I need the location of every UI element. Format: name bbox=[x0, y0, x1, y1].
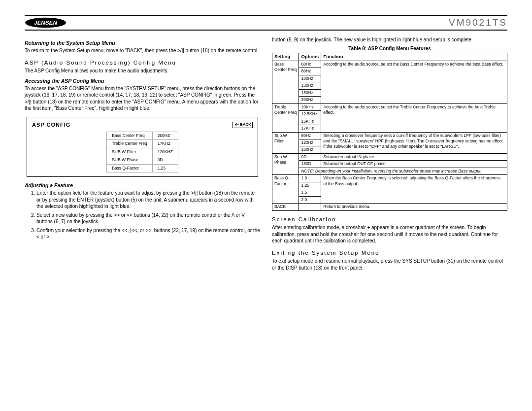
list-item: Confirm your selection by pressing the <… bbox=[36, 227, 260, 240]
table-row: Bass Center Freq200HZ bbox=[107, 132, 178, 139]
table-row: Treble Center Freq10KHzAccording to the … bbox=[272, 103, 507, 110]
table-row: Treble Center Freq17KHZ bbox=[107, 140, 178, 148]
return-text: To return to the System Setup menu, move… bbox=[25, 47, 260, 54]
adjust-steps-list: Enter the option field for the feature y… bbox=[25, 190, 260, 240]
screen-cal-text: After entering calibration mode, a cross… bbox=[272, 224, 507, 244]
table-row: Bass Q-Factor1.0When the Bass Center Fre… bbox=[272, 175, 507, 182]
svg-text:JENSEN: JENSEN bbox=[34, 19, 58, 26]
table-row: NOTE: Depending on your installation, re… bbox=[272, 168, 507, 174]
access-heading: Accessing the ASP Config Menu bbox=[25, 77, 260, 84]
access-text: To access the "ASP CONFIG" Menu from the… bbox=[25, 85, 260, 112]
th-function: Function bbox=[321, 53, 507, 61]
table-row: BACKReturn to previous menu. bbox=[272, 204, 507, 210]
asp-intro: The ASP Config Menu allows you to make f… bbox=[25, 68, 260, 74]
table-row: Sub.W Phase0DSubwoofer output IN phase bbox=[272, 153, 507, 160]
cont-text: button (8, 9) on the joystick. The new v… bbox=[272, 36, 507, 43]
exit-text: To exit setup mode and resume normal pla… bbox=[272, 258, 507, 271]
asp-box-title: ASP CONFIG bbox=[32, 121, 70, 129]
asp-back-label: BACK bbox=[240, 122, 251, 128]
table-caption: Table 8: ASP Config Menu Features bbox=[272, 45, 507, 52]
model-number: VM9021TS bbox=[449, 17, 507, 28]
list-item: Select a new value by pressing the >> or… bbox=[36, 212, 260, 225]
adjust-heading: Adjusting a Feature bbox=[25, 182, 260, 189]
th-setting: Setting bbox=[272, 53, 299, 61]
asp-config-box: ASP CONFIG BACK Bass Center Freq200HZ Tr… bbox=[27, 117, 258, 177]
table-row: SUB.W Filter120KHZ bbox=[107, 148, 178, 156]
asp-back-button: BACK bbox=[233, 122, 253, 128]
manual-page: JENSEN VM9021TS Returning to the System … bbox=[0, 15, 532, 411]
table-row: SUB.W Phase0D bbox=[107, 156, 178, 164]
return-heading: Returning to the System Setup Menu bbox=[25, 39, 260, 46]
table-row: Bass Center Freq60HzAccording to the aud… bbox=[272, 61, 507, 68]
table-row: Sub.W Filter80HzSelecting a crossover fr… bbox=[272, 132, 507, 139]
table-header-row: Setting Options Function bbox=[272, 53, 507, 61]
left-column: Returning to the System Setup Menu To re… bbox=[25, 36, 260, 273]
table-row: Bass Q-Factor1.25 bbox=[107, 164, 178, 172]
header-band: JENSEN VM9021TS bbox=[25, 15, 507, 31]
asp-heading: ASP (Audio Sound Processing) Config Menu bbox=[25, 59, 260, 67]
th-options: Options bbox=[299, 53, 321, 61]
table-row: 180DSubwoofer output OUT OF phase bbox=[272, 161, 507, 168]
features-table: Setting Options Function Bass Center Fre… bbox=[272, 53, 507, 211]
back-arrow-icon bbox=[234, 123, 239, 127]
right-column: button (8, 9) on the joystick. The new v… bbox=[272, 36, 507, 273]
screen-cal-heading: Screen Calibration bbox=[272, 216, 507, 224]
asp-menu-table: Bass Center Freq200HZ Treble Center Freq… bbox=[106, 132, 178, 172]
content-columns: Returning to the System Setup Menu To re… bbox=[25, 36, 507, 273]
list-item: Enter the option field for the feature y… bbox=[36, 190, 260, 210]
jensen-logo: JENSEN bbox=[25, 17, 66, 28]
exit-heading: Exiting the System Setup Menu bbox=[272, 249, 507, 257]
